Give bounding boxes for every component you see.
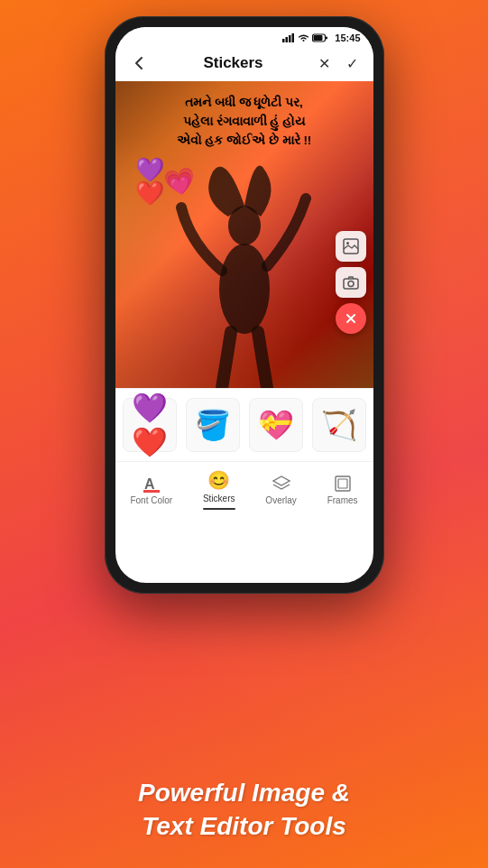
frames-icon: [334, 475, 352, 493]
sticker-item-hearts[interactable]: 💜❤️: [123, 398, 177, 452]
toolbar-item-stickers[interactable]: 😊 Stickers: [196, 467, 243, 512]
canvas-text-line3: એવો હક જોઈએ છે મારે !!: [177, 134, 312, 147]
sticker-picker-row: 💜❤️ 🪣 💝 🏹: [115, 388, 373, 461]
sticker-pink-heart[interactable]: 💗: [161, 164, 198, 199]
sticker-item-heart-face[interactable]: 💝: [249, 398, 303, 452]
svg-text:A: A: [144, 476, 155, 492]
wifi-icon: [298, 33, 309, 42]
status-icons: 15:45: [282, 32, 360, 43]
toolbar-item-overlay[interactable]: Overlay: [258, 473, 303, 507]
signal-icon: [282, 33, 295, 42]
svg-rect-11: [344, 279, 358, 289]
gallery-icon: [343, 238, 359, 254]
status-bar: 15:45: [115, 27, 373, 47]
battery-icon: [312, 33, 328, 42]
promo-line1: Powerful Image &: [0, 777, 488, 809]
status-time: 15:45: [335, 32, 360, 43]
svg-rect-3: [292, 33, 295, 42]
canvas-text-overlay[interactable]: તમને બધી જ ધૂળેટી પર, પહેલા રંગવાવાળી હુ…: [115, 94, 373, 151]
svg-rect-0: [282, 39, 285, 42]
svg-rect-6: [326, 37, 327, 40]
stickers-icon: 😊: [207, 469, 230, 491]
phone-screen: 15:45 Stickers ✕ ✓: [115, 27, 373, 583]
sticker-purple-hearts[interactable]: 💜❤️: [135, 158, 164, 205]
promo-text-block: Powerful Image & Text Editor Tools: [0, 777, 488, 843]
font-color-icon: A: [143, 475, 161, 493]
top-action-buttons: ✕ ✓: [317, 53, 360, 74]
camera-button[interactable]: [336, 267, 366, 298]
remove-sticker-button[interactable]: [336, 303, 366, 334]
image-gallery-button[interactable]: [336, 231, 366, 262]
sticker-item-bucket[interactable]: 🪣: [186, 398, 240, 452]
floating-action-buttons: [336, 231, 366, 334]
canvas-background-image: તમને બધી જ ધૂળેટી પર, પહેલા રંગવાવાળી હુ…: [115, 81, 373, 388]
svg-rect-14: [143, 490, 160, 493]
svg-rect-16: [338, 479, 347, 488]
woman-silhouette: [172, 126, 317, 388]
back-button[interactable]: [128, 52, 150, 74]
frame-icon: [334, 475, 352, 493]
layers-icon: [272, 475, 291, 493]
toolbar-item-frames[interactable]: Frames: [320, 473, 365, 507]
svg-point-12: [348, 282, 354, 287]
screen-title: Stickers: [203, 54, 262, 72]
frames-label: Frames: [327, 495, 358, 505]
svg-point-10: [346, 242, 349, 245]
x-circle-icon: [345, 312, 357, 325]
confirm-button[interactable]: ✓: [345, 53, 360, 74]
phone-outer-shell: 15:45 Stickers ✕ ✓: [105, 16, 384, 594]
bottom-toolbar: A Font Color 😊 Stickers: [115, 461, 373, 519]
font-color-label: Font Color: [130, 495, 172, 505]
svg-rect-2: [289, 35, 291, 42]
overlay-icon: [272, 475, 291, 493]
active-tab-indicator: [203, 508, 235, 510]
sticker-item-bow-arrow[interactable]: 🏹: [312, 398, 366, 452]
canvas-text-line2: પહેલા રંગવાવાળી હું હોય: [183, 115, 305, 128]
top-navigation-bar: Stickers ✕ ✓: [115, 47, 373, 81]
toolbar-item-font-color[interactable]: A Font Color: [123, 473, 180, 507]
close-button[interactable]: ✕: [317, 53, 332, 74]
svg-rect-5: [314, 35, 323, 41]
image-canvas: તમને બધી જ ધૂળેટી પર, પહેલા રંગવાવાળી હુ…: [115, 81, 373, 388]
promo-line2: Text Editor Tools: [0, 810, 488, 843]
back-arrow-icon: [130, 54, 148, 72]
font-icon: A: [143, 475, 161, 493]
stickers-label: Stickers: [203, 494, 235, 503]
canvas-text-line1: તમને બધી જ ધૂળેટી પર,: [185, 96, 303, 109]
phone-mockup: 15:45 Stickers ✕ ✓: [105, 16, 384, 594]
camera-icon: [343, 274, 359, 291]
overlay-label: Overlay: [265, 495, 296, 505]
svg-point-7: [219, 244, 270, 334]
svg-rect-1: [286, 37, 289, 42]
